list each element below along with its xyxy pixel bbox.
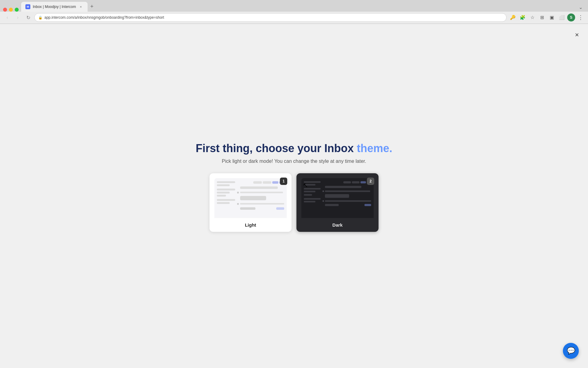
page-heading: First thing, choose your Inbox theme. <box>196 142 392 155</box>
tab-favicon: M <box>25 4 30 9</box>
star-icon[interactable]: ☆ <box>528 13 537 22</box>
active-tab[interactable]: M Inbox | Moodjoy | Intercom × <box>21 2 88 12</box>
sidebar-icon[interactable]: ▣ <box>548 13 556 22</box>
refresh-button[interactable]: ↻ <box>24 13 32 22</box>
window-controls <box>3 8 19 12</box>
chat-icon: 💬 <box>567 347 575 355</box>
light-main-mock <box>237 181 284 215</box>
heading-main-text: First thing, choose your Inbox <box>196 142 357 155</box>
window-minimize-btn[interactable] <box>9 8 13 12</box>
close-tab-btn[interactable]: × <box>78 4 83 9</box>
address-bar[interactable]: 🔒 app.intercom.com/a/inbox/nnsgmgob/onbo… <box>34 13 507 22</box>
nav-bar: ‹ › ↻ 🔒 app.intercom.com/a/inbox/nnsgmgo… <box>0 12 588 24</box>
dark-card-badge: 2 <box>367 178 374 185</box>
dark-sidebar-mock <box>304 181 321 215</box>
light-preview-mockup <box>214 178 287 218</box>
dark-card-label: Dark <box>301 218 374 232</box>
light-card-label: Light <box>214 218 287 232</box>
page-subtext: Pick light or dark mode! You can change … <box>222 159 366 164</box>
theme-cards: 1 <box>209 173 379 232</box>
light-theme-card[interactable]: 1 <box>209 173 292 232</box>
browser-dropdown-btn[interactable]: ⌄ <box>576 3 585 12</box>
close-button[interactable]: × <box>572 30 582 40</box>
lock-icon: 🔒 <box>38 16 43 20</box>
forward-button[interactable]: › <box>13 13 22 22</box>
page-content: × First thing, choose your Inbox theme. … <box>0 24 588 368</box>
key-icon[interactable]: 🔑 <box>508 13 517 22</box>
chat-button[interactable]: 💬 <box>563 343 579 359</box>
extension-icon[interactable]: 🧩 <box>518 13 527 22</box>
window-maximize-btn[interactable] <box>15 8 19 12</box>
dark-theme-card[interactable]: 2 <box>296 173 379 232</box>
address-text: app.intercom.com/a/inbox/nnsgmgob/onboar… <box>44 15 164 20</box>
more-options-button[interactable]: ⋮ <box>576 13 585 22</box>
tab-title: Inbox | Moodjoy | Intercom <box>33 5 76 9</box>
browser-chrome: M Inbox | Moodjoy | Intercom × + ⌄ ‹ › ↻… <box>0 0 588 24</box>
new-tab-button[interactable]: + <box>88 2 96 11</box>
light-sidebar-mock <box>217 181 235 215</box>
main-container: First thing, choose your Inbox theme. Pi… <box>196 142 392 232</box>
dark-preview-mockup <box>301 178 374 218</box>
dark-main-mock <box>322 181 371 215</box>
light-card-badge: 1 <box>280 178 287 185</box>
window-close-btn[interactable] <box>3 8 7 12</box>
toolbar-icons: 🔑 🧩 ☆ ⊞ ▣ ⬜ S ⋮ <box>508 13 585 22</box>
back-button[interactable]: ‹ <box>3 13 12 22</box>
screen-capture-icon[interactable]: ⬜ <box>557 13 566 22</box>
tab-bar: M Inbox | Moodjoy | Intercom × + ⌄ <box>0 0 588 12</box>
profile-avatar[interactable]: S <box>567 13 575 21</box>
puzzle-icon[interactable]: ⊞ <box>538 13 546 22</box>
heading-accent-text: theme. <box>357 142 392 155</box>
